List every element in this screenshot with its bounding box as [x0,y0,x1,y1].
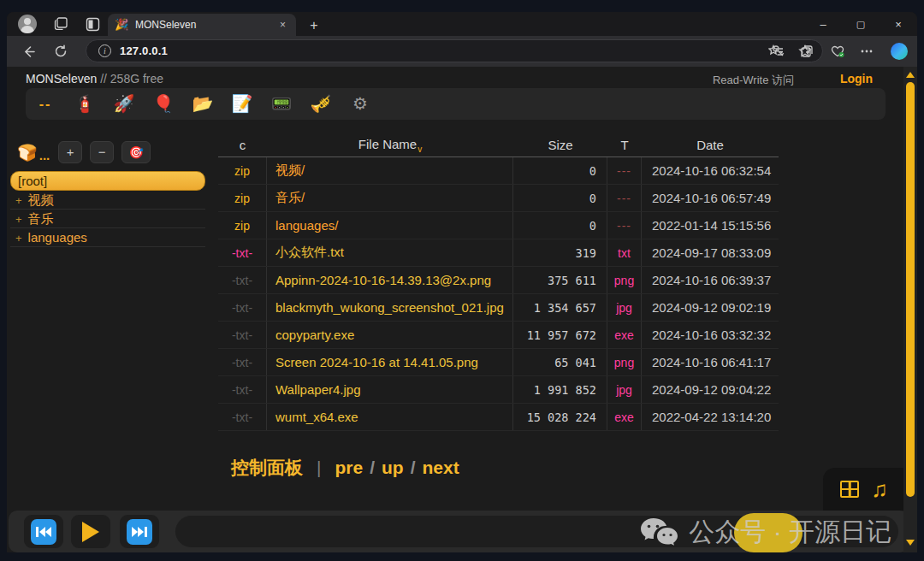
file-date-cell: 2024-10-16 03:32:32 [642,322,779,348]
nav-next-link[interactable]: next [423,458,459,477]
nav-pre-link[interactable]: pre [335,458,363,477]
zip-link-cell: -txt- [218,376,267,403]
file-type-cell: exe [607,322,642,348]
file-size-cell: 15 028 224 [513,404,607,430]
table-row: -txt-Wallpaper4.jpg1 991 852jpg2024-09-1… [218,376,779,404]
breadcrumb-dots[interactable]: ... [39,148,50,162]
workspaces-icon[interactable] [51,15,70,33]
grid-view-icon[interactable] [840,481,859,498]
column-header-size[interactable]: Size [513,138,607,152]
file-size-cell: 0 [513,157,607,184]
file-name-link[interactable]: languages/ [275,218,338,233]
scroll-up-icon[interactable] [906,72,915,78]
file-name-link[interactable]: copyparty.exe [275,328,354,342]
basic-upload-button[interactable]: 🎈 [144,88,183,120]
file-date: 2024-10-16 03:32:32 [652,328,771,342]
zip-link[interactable]: zip [234,164,250,178]
tree-item-label: languages [28,230,87,245]
previous-track-icon [31,519,56,545]
new-tab-button[interactable]: + [305,16,323,35]
next-track-button[interactable] [120,515,159,548]
tree-expand-icon[interactable]: + [15,232,22,245]
previous-track-button[interactable] [24,515,63,548]
file-name-link-cell: 视频/ [267,157,513,184]
site-info-icon[interactable]: i [98,44,111,57]
settings-button[interactable]: ⚙ [341,88,380,120]
file-name-link[interactable]: Screen 2024-10-16 at 14.41.05.png [275,355,478,369]
file-size: 15 028 224 [527,410,596,424]
file-name-link[interactable]: blackmyth_wukong_screenshot_021.jpg [275,300,504,315]
tree-expand-button[interactable]: + [58,141,82,163]
tree-item-root-selected[interactable]: [root] [10,171,205,191]
file-size: 0 [589,219,596,233]
tree-item-1[interactable]: +音乐 [10,210,205,228]
file-name-link[interactable]: wumt_x64.exe [275,410,358,424]
file-name-link[interactable]: 视频/ [275,162,305,179]
browser-tab[interactable]: 🎉 MONSeleven × [108,14,296,36]
favorites-bar-icon[interactable] [765,40,787,62]
profile-avatar[interactable] [18,15,37,33]
tree-item-2[interactable]: +languages [10,228,205,247]
unpost-button[interactable]: 🧯 [65,88,104,120]
zip-link[interactable]: zip [234,219,250,233]
file-name-link[interactable]: Wallpaper4.jpg [275,382,361,397]
column-header-filename[interactable]: File Namev [267,137,513,154]
tab-favicon-icon: 🎉 [115,18,128,32]
tab-close-icon[interactable]: × [276,17,289,32]
toolbar-collapse-button[interactable]: -- [26,88,65,120]
play-button[interactable] [71,515,110,548]
control-panel-link[interactable]: 控制面板 [231,458,303,477]
file-name-link[interactable]: 音乐/ [275,190,305,206]
tab-actions-icon[interactable] [83,15,102,33]
zip-link: -txt- [232,274,252,287]
file-name-link-cell: 小众软件.txt [267,239,513,266]
tree-item-label: 音乐 [28,211,54,226]
tree-item-0[interactable]: +视频 [10,191,205,210]
audio-player-icon[interactable]: ♫ [871,478,888,500]
tree-collapse-button[interactable]: − [90,141,114,163]
file-date: 2024-09-12 09:02:19 [652,300,771,315]
window-maximize-button[interactable]: ▢ [842,12,880,36]
message-button[interactable]: 📟 [262,88,301,120]
refresh-button[interactable] [50,40,72,62]
page-scrollbar[interactable] [903,67,917,552]
zip-link[interactable]: -txt- [232,246,252,260]
collections-icon[interactable] [796,40,818,62]
file-name-link[interactable]: 小众软件.txt [275,245,344,261]
breadcrumb-toggle-icon[interactable]: 🍞 [17,143,38,162]
login-link[interactable]: Login [840,72,873,86]
browser-menu-icon[interactable] [856,40,878,62]
zip-link[interactable]: zip [234,192,250,205]
file-name-link-cell: copyparty.exe [267,322,513,348]
zip-link-cell: -txt- [218,239,267,266]
file-date: 2022-04-22 13:14:20 [652,410,771,424]
tree-expand-icon[interactable]: + [15,194,22,207]
window-minimize-button[interactable]: – [804,12,842,36]
file-table-header: c File Namev Size T Date [218,133,779,157]
nav-up-link[interactable]: up [382,458,404,477]
up2k-upload-button[interactable]: 🚀 [104,88,144,120]
zip-link-cell: -txt- [218,404,267,430]
zip-link-cell: -txt- [218,349,267,375]
tree-expand-icon[interactable]: + [15,213,22,226]
file-name-link[interactable]: Appinn-2024-10-16-14.39.13@2x.png [275,273,491,287]
new-doc-button[interactable]: 📝 [222,88,262,120]
scroll-down-icon[interactable] [906,540,915,546]
site-title-link[interactable]: MONSeleven [26,72,97,86]
audio-settings-button[interactable]: 🎺 [301,88,341,120]
browser-essentials-icon[interactable] [826,40,849,62]
copilot-icon[interactable] [888,40,910,62]
file-size-cell: 0 [513,212,607,239]
column-header-checkbox[interactable]: c [218,138,267,152]
mkdir-button[interactable]: 📂 [183,88,222,120]
column-header-date[interactable]: Date [642,138,779,152]
url-text[interactable]: 127.0.0.1 [120,44,168,57]
window-close-button[interactable]: × [880,12,917,36]
back-button[interactable] [17,40,39,62]
address-bar[interactable]: i 127.0.0.1 [86,39,823,62]
tree-locate-icon[interactable]: 🎯 [121,141,151,163]
file-size: 1 991 852 [534,383,596,397]
column-header-type[interactable]: T [607,138,642,152]
footer-nav: 控制面板|pre/up/next [231,456,459,480]
scrollbar-thumb[interactable] [906,82,915,497]
